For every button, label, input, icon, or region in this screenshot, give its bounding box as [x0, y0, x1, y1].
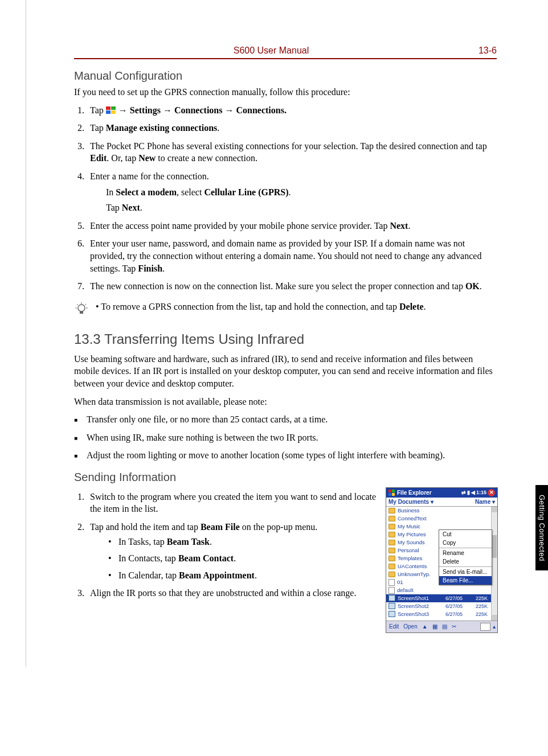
- page-number: 13-6: [468, 46, 497, 56]
- context-menu-item[interactable]: Beam File...: [439, 576, 492, 585]
- file-date: 6/27/05: [445, 595, 469, 601]
- svg-line-10: [85, 304, 86, 305]
- page-header: S600 User Manual 13-6: [74, 46, 497, 59]
- open-button[interactable]: Open: [402, 623, 418, 630]
- close-icon[interactable]: ✕: [488, 489, 495, 496]
- signal-icon[interactable]: ▮: [467, 490, 470, 495]
- svg-line-9: [77, 304, 78, 305]
- ir-note-1: Transfer only one file, or no more than …: [87, 413, 497, 426]
- folder-icon: [388, 572, 395, 577]
- folder-icon: [388, 532, 395, 537]
- svg-rect-3: [111, 110, 116, 114]
- svg-rect-2: [106, 110, 111, 114]
- step-4: Enter a name for the connection. In Sele…: [87, 170, 497, 214]
- ir-note-3: Adjust the room lighting or move to anot…: [87, 449, 497, 462]
- file-size: 225K: [472, 603, 489, 609]
- windows-start-icon[interactable]: [388, 490, 395, 496]
- folder-icon: [388, 540, 395, 545]
- svg-rect-1: [111, 106, 116, 110]
- file-name: ScreenShot2: [398, 603, 443, 609]
- device-toolbar: My Documents ▾ Name ▾: [386, 498, 497, 507]
- context-menu-item[interactable]: Delete: [439, 557, 492, 566]
- file-row[interactable]: ScreenShot16/27/05225K: [386, 594, 491, 602]
- folder-name: Business: [398, 507, 489, 513]
- heading-13-3: 13.3 Transferring Items Using Infrared: [74, 331, 497, 347]
- sending-sub-contacts: In Contacts, tap Beam Contact.: [118, 552, 378, 565]
- file-icon: [388, 587, 395, 594]
- sort-picker[interactable]: Name ▾: [475, 499, 495, 505]
- toolbar-icon[interactable]: ▦: [431, 623, 439, 630]
- toolbar-icon[interactable]: ✂: [451, 623, 457, 630]
- folder-icon: [388, 548, 395, 553]
- sending-steps: Switch to the program where you created …: [74, 491, 378, 599]
- file-row[interactable]: ScreenShot26/27/05225K: [386, 602, 491, 610]
- file-row[interactable]: default: [386, 586, 491, 594]
- sip-arrow-icon[interactable]: ▴: [493, 623, 496, 630]
- file-name: 01: [397, 579, 443, 585]
- connectivity-icon[interactable]: ⇄: [461, 490, 466, 495]
- heading-manual-config: Manual Configuration: [74, 69, 497, 83]
- context-menu-item[interactable]: Copy: [439, 539, 492, 547]
- step-2: Tap Manage existing connections.: [87, 122, 497, 134]
- ir-notes-list: Transfer only one file, or no more than …: [74, 413, 497, 462]
- device-bottombar: Edit Open ▲ ▦ ▤ ✂ ▴: [386, 621, 497, 632]
- speaker-icon[interactable]: ◀: [471, 490, 475, 495]
- file-row[interactable]: ScreenShot36/27/05225K: [386, 610, 491, 618]
- folder-row[interactable]: ConnedText: [386, 515, 491, 523]
- toolbar-icon[interactable]: ▤: [441, 623, 448, 630]
- windows-start-icon: [106, 105, 116, 113]
- folder-picker[interactable]: My Documents ▾: [388, 499, 434, 505]
- section-13-3-p2: When data transmission is not available,…: [74, 396, 497, 408]
- up-arrow-icon[interactable]: ▲: [421, 623, 429, 630]
- lightbulb-icon: [74, 302, 89, 317]
- chapter-tab: Getting Connected: [535, 485, 548, 570]
- clock-text: 1:15: [476, 490, 486, 495]
- context-menu-item[interactable]: Rename: [439, 549, 492, 557]
- sending-sub-calendar: In Calendar, tap Beam Appointment.: [118, 569, 378, 582]
- section-13-3-p1: Use beaming software and hardware, such …: [74, 353, 497, 390]
- sending-step-3: Align the IR ports so that they are unob…: [87, 587, 378, 599]
- edit-button[interactable]: Edit: [388, 623, 400, 630]
- folder-icon: [388, 516, 395, 521]
- device-screenshot: File Explorer ⇄ ▮ ◀ 1:15 ✕ My Documents …: [386, 487, 498, 633]
- file-name: ScreenShot3: [398, 611, 443, 617]
- tip-row: • To remove a GPRS connection from the l…: [74, 301, 497, 317]
- folder-icon: [388, 524, 395, 529]
- heading-sending-info: Sending Information: [74, 471, 497, 484]
- step-3: The Pocket PC Phone has several existing…: [87, 140, 497, 165]
- svg-rect-11: [388, 490, 391, 492]
- file-name: ScreenShot1: [398, 595, 443, 601]
- sending-step-1: Switch to the program where you created …: [87, 491, 378, 515]
- manual-config-intro: If you need to set up the GPRS connectio…: [74, 86, 497, 98]
- folder-icon: [388, 508, 395, 513]
- ir-note-2: When using IR, make sure nothing is betw…: [87, 432, 497, 444]
- file-icon: [388, 611, 395, 617]
- context-menu-item[interactable]: Cut: [439, 530, 492, 539]
- folder-name: ConnedText: [398, 515, 489, 521]
- step-7: The new connection is now on the connect…: [87, 280, 497, 293]
- context-menu-item[interactable]: Send via E-mail...: [439, 568, 492, 576]
- svg-point-4: [78, 305, 85, 311]
- sending-sub-tasks: In Tasks, tap Beam Task.: [118, 536, 378, 548]
- folder-icon: [388, 556, 395, 561]
- svg-rect-14: [392, 493, 395, 496]
- context-menu: CutCopyRenameDeleteSend via E-mail...Bea…: [439, 529, 492, 585]
- device-titlebar: File Explorer ⇄ ▮ ◀ 1:15 ✕: [386, 488, 497, 498]
- tip-text: • To remove a GPRS connection from the l…: [96, 301, 497, 313]
- folder-name: My Music: [398, 523, 489, 529]
- step-5: Enter the access point name provided by …: [87, 220, 497, 232]
- file-date: 6/27/05: [445, 611, 469, 617]
- keyboard-icon[interactable]: [480, 623, 490, 631]
- svg-rect-0: [106, 106, 111, 110]
- file-name: default: [397, 587, 443, 593]
- manual-config-steps: Tap → Settings → Connections → Connectio…: [74, 104, 497, 293]
- file-icon: [388, 603, 395, 609]
- file-size: 225K: [472, 595, 489, 601]
- step-6: Enter your user name, password, and doma…: [87, 237, 497, 274]
- svg-rect-12: [392, 490, 395, 492]
- sending-step-2: Tap and hold the item and tap Beam File …: [87, 521, 378, 581]
- file-size: 225K: [472, 611, 489, 617]
- folder-row[interactable]: Business: [386, 507, 491, 515]
- manual-title: S600 User Manual: [74, 46, 468, 56]
- app-title: File Explorer: [397, 490, 432, 496]
